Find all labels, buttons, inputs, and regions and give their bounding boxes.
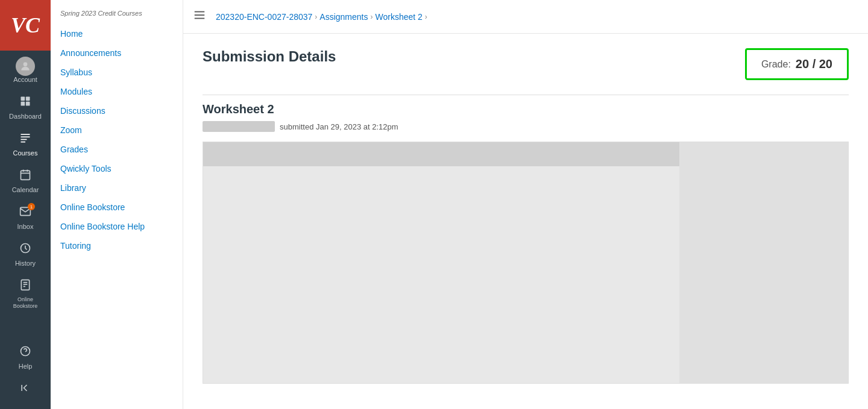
- help-icon: [19, 345, 31, 360]
- history-icon: [19, 242, 31, 257]
- breadcrumb-course-link[interactable]: 202320-ENC-0027-28037: [216, 12, 312, 22]
- account-label: Account: [13, 76, 37, 83]
- sidebar-item-history[interactable]: History: [0, 236, 51, 273]
- logo-text: VC: [11, 13, 40, 38]
- history-label: History: [15, 260, 36, 267]
- page-title: Submission Details: [203, 48, 336, 65]
- sidebar-item-courses[interactable]: Courses: [0, 126, 51, 163]
- sidebar-link-library[interactable]: Library: [51, 178, 183, 198]
- sidebar-link-bookstore-help[interactable]: Online Bookstore Help: [51, 217, 183, 236]
- top-header: 202320-ENC-0027-28037 › Assignments › Wo…: [183, 0, 868, 34]
- help-label: Help: [19, 363, 33, 370]
- inbox-badge: 1: [28, 203, 35, 210]
- dashboard-icon: [19, 95, 31, 110]
- breadcrumb-assignments-link[interactable]: Assignments: [319, 12, 368, 22]
- breadcrumb-worksheet-link[interactable]: Worksheet 2: [376, 12, 423, 22]
- bookstore-icon: [19, 279, 31, 294]
- sidebar-link-discussions[interactable]: Discussions: [51, 101, 183, 120]
- sidebar-link-zoom[interactable]: Zoom: [51, 120, 183, 140]
- sidebar-link-qwickly[interactable]: Qwickly Tools: [51, 159, 183, 178]
- student-name-redacted: [203, 121, 275, 132]
- breadcrumb-sep-2: ›: [371, 13, 373, 21]
- sidebar-item-bookstore[interactable]: OnlineBookstore: [0, 273, 51, 316]
- global-nav: VC Account Dashboard Courses Calendar 1 …: [0, 0, 51, 409]
- sidebar-link-grades[interactable]: Grades: [51, 140, 183, 159]
- calendar-label: Calendar: [12, 186, 39, 193]
- breadcrumb-sep-3: ›: [425, 13, 427, 21]
- avatar: [16, 57, 35, 76]
- svg-rect-3: [21, 102, 25, 106]
- grade-value: 20 / 20: [796, 57, 832, 71]
- submission-info: submitted Jan 29, 2023 at 2:12pm: [203, 121, 849, 132]
- sidebar-link-syllabus[interactable]: Syllabus: [51, 63, 183, 82]
- grade-box: Grade: 20 / 20: [745, 48, 849, 80]
- breadcrumb: 202320-ENC-0027-28037 › Assignments › Wo…: [216, 12, 427, 22]
- sidebar-link-tutoring[interactable]: Tutoring: [51, 236, 183, 255]
- svg-rect-8: [21, 142, 26, 143]
- sidebar-item-calendar[interactable]: Calendar: [0, 163, 51, 199]
- svg-rect-1: [21, 97, 25, 101]
- sidebar-item-dashboard[interactable]: Dashboard: [0, 89, 51, 126]
- sidebar-link-announcements[interactable]: Announcements: [51, 43, 183, 63]
- divider: [203, 95, 849, 95]
- preview-main: [203, 142, 679, 383]
- preview-toolbar: [203, 142, 679, 166]
- svg-rect-9: [21, 170, 30, 180]
- inbox-label: Inbox: [17, 223, 34, 230]
- grade-label: Grade:: [761, 59, 791, 70]
- dashboard-label: Dashboard: [9, 113, 42, 120]
- sidebar-item-inbox[interactable]: 1 Inbox: [0, 199, 51, 236]
- sidebar-link-modules[interactable]: Modules: [51, 82, 183, 101]
- preview-sidebar: [679, 142, 848, 383]
- submission-timestamp: submitted Jan 29, 2023 at 2:12pm: [280, 122, 398, 131]
- svg-rect-2: [26, 97, 30, 101]
- sidebar-link-home[interactable]: Home: [51, 24, 183, 43]
- sidebar-link-bookstore[interactable]: Online Bookstore: [51, 198, 183, 217]
- course-sidebar: Spring 2023 Credit Courses Home Announce…: [51, 0, 183, 409]
- minimize-nav-button[interactable]: [0, 376, 51, 409]
- courses-icon: [19, 132, 31, 147]
- content-area: Submission Details Grade: 20 / 20 Worksh…: [183, 34, 868, 409]
- main-content: 202320-ENC-0027-28037 › Assignments › Wo…: [183, 0, 868, 409]
- bookstore-label: OnlineBookstore: [13, 296, 38, 310]
- svg-rect-5: [21, 134, 30, 135]
- minimize-icon: [19, 382, 31, 397]
- sidebar-item-account[interactable]: Account: [0, 51, 51, 89]
- hamburger-menu-button[interactable]: [193, 8, 206, 25]
- svg-rect-4: [26, 102, 30, 106]
- breadcrumb-sep-1: ›: [315, 13, 317, 21]
- courses-label: Courses: [13, 149, 38, 157]
- file-preview-area[interactable]: [203, 142, 849, 384]
- svg-rect-7: [21, 139, 27, 140]
- logo[interactable]: VC: [0, 0, 51, 51]
- assignment-title: Worksheet 2: [203, 102, 849, 116]
- calendar-icon: [19, 169, 31, 184]
- content-header: Submission Details Grade: 20 / 20: [203, 48, 849, 80]
- sidebar-item-help[interactable]: Help: [0, 339, 51, 376]
- svg-rect-6: [21, 137, 30, 138]
- inbox-icon: 1: [19, 205, 31, 220]
- course-label: Spring 2023 Credit Courses: [51, 10, 183, 24]
- svg-point-0: [24, 62, 28, 66]
- nav-bottom: Help: [0, 339, 51, 409]
